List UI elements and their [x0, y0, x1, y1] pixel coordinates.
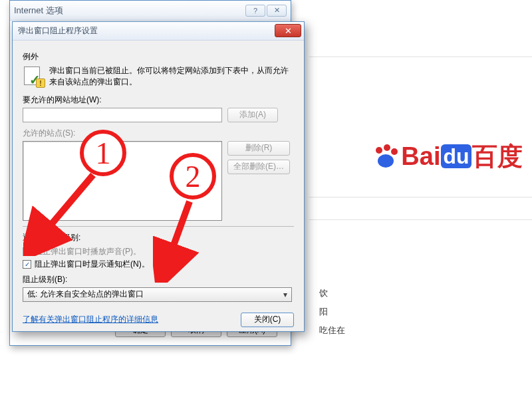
baidu-bai: Bai: [401, 142, 440, 170]
baidu-du: du: [441, 144, 471, 168]
bg-text: 阳: [319, 306, 328, 318]
pd-titlebar: 弹出窗口阻止程序设置 ✕: [13, 22, 304, 41]
dialog-close-button[interactable]: ✕: [275, 24, 301, 37]
add-button[interactable]: 添加(A): [227, 108, 278, 122]
svg-line-7: [163, 201, 190, 275]
more-info-link[interactable]: 了解有关弹出窗口阻止程序的详细信息: [23, 314, 158, 325]
svg-point-1: [384, 144, 390, 151]
description-text: 弹出窗口当前已被阻止。你可以将特定网站添加到下表中，从而允许来自该站点的弹出窗口…: [49, 65, 294, 88]
allowed-label: 允许的站点(S):: [23, 128, 294, 139]
address-input[interactable]: [23, 108, 222, 122]
baidu-logo: Baidu百度: [372, 140, 523, 174]
close-button[interactable]: ✕: [267, 5, 287, 17]
bg-text: 饮: [319, 287, 328, 299]
blocking-level-combo[interactable]: 低: 允许来自安全站点的弹出窗口: [23, 287, 292, 302]
ie-title: Internet 选项: [14, 5, 245, 17]
remove-button[interactable]: 删除(R): [227, 141, 290, 156]
dialog-close-ok-button[interactable]: 关闭(C): [241, 313, 294, 327]
bg-divider: [309, 197, 532, 198]
popup-icon: ✓ !: [23, 65, 44, 86]
address-label: 要允许的网站地址(W):: [23, 94, 294, 106]
help-button[interactable]: ?: [245, 5, 265, 17]
remove-all-button[interactable]: 全部删除(E)…: [227, 160, 290, 174]
annotation-circle-1: 1: [80, 130, 126, 176]
bg-divider: [309, 57, 532, 57]
annotation-circle-2: 2: [170, 153, 216, 200]
pd-title: 弹出窗口阻止程序设置: [18, 25, 98, 37]
combo-value: 低: 允许来自安全站点的弹出窗口: [27, 289, 144, 300]
infobar-check-label: 阻止弹出窗口时显示通知栏(N)。: [35, 259, 150, 270]
paw-icon: [372, 142, 399, 171]
ie-titlebar: Internet 选项 ? ✕: [10, 1, 291, 21]
annotation-arrow-2: [153, 196, 206, 283]
svg-point-0: [376, 147, 382, 154]
baidu-cn: 百度: [472, 142, 523, 170]
annotation-number: 2: [186, 159, 201, 194]
annotation-number: 1: [96, 136, 111, 171]
exceptions-label: 例外: [23, 51, 294, 63]
svg-line-5: [31, 175, 93, 248]
description-row: ✓ ! 弹出窗口当前已被阻止。你可以将特定网站添加到下表中，从而允许来自该站点的…: [23, 65, 294, 88]
infobar-checkbox[interactable]: ✓: [23, 260, 31, 269]
svg-point-3: [378, 154, 394, 168]
annotation-arrow-1: [23, 170, 110, 256]
bg-text: 吃住在: [319, 325, 345, 336]
svg-point-2: [391, 148, 398, 155]
bg-divider: [309, 219, 532, 220]
